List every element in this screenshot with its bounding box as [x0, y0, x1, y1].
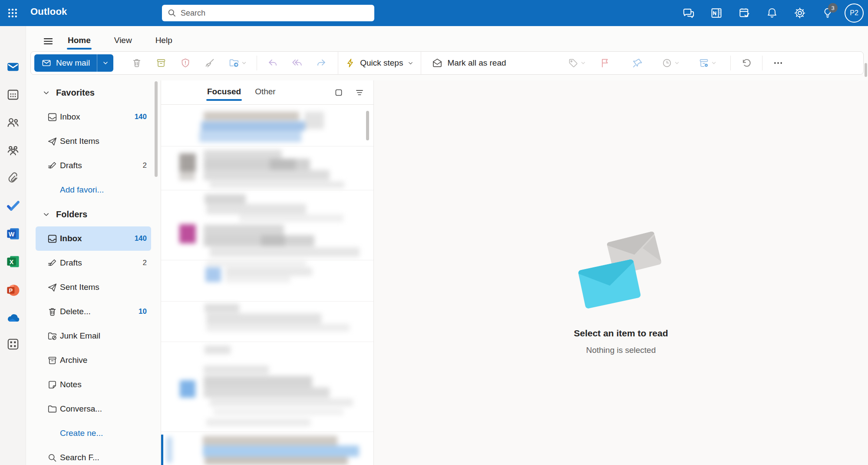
- snooze-clock-icon: [661, 57, 673, 69]
- email-list-item[interactable]: [161, 105, 373, 146]
- teams-chat-icon: [682, 7, 695, 20]
- folders-section-header[interactable]: Folders: [30, 202, 156, 226]
- deleted-items-trash-icon: [47, 306, 58, 317]
- rail-onedrive-button[interactable]: [0, 307, 26, 329]
- chevron-down-icon: [407, 60, 414, 66]
- undo-button[interactable]: [737, 54, 756, 72]
- email-list-item[interactable]: [161, 432, 373, 465]
- waffle-icon: [7, 7, 18, 19]
- tab-help[interactable]: Help: [149, 31, 178, 51]
- folder-item-drafts[interactable]: Drafts 2: [36, 251, 151, 275]
- rail-more-apps-button[interactable]: [0, 333, 26, 355]
- new-mail-split-button[interactable]: New mail: [34, 54, 113, 72]
- more-options-button[interactable]: [769, 54, 787, 72]
- add-favorite-link[interactable]: Add favori...: [36, 178, 151, 202]
- reading-pane: Select an item to read Nothing is select…: [374, 80, 868, 465]
- app-title: Outlook: [30, 6, 67, 17]
- archive-settings-button[interactable]: [695, 54, 720, 72]
- folder-pane-scrollbar[interactable]: [155, 81, 158, 177]
- rail-powerpoint-button[interactable]: P: [0, 279, 26, 302]
- inbox-view-tabs: Focused Other: [202, 82, 281, 103]
- email-list: [161, 105, 373, 465]
- files-attachment-icon: [6, 171, 20, 185]
- teams-chat-button[interactable]: [678, 2, 700, 24]
- search-input[interactable]: [181, 9, 369, 18]
- chevron-down-icon: [43, 89, 50, 96]
- folder-item-deleted[interactable]: Delete... 10: [36, 299, 151, 324]
- drafts-icon: [47, 160, 58, 171]
- ribbon: Home View Help New mail: [26, 26, 868, 80]
- folder-item-archive[interactable]: Archive: [36, 348, 151, 372]
- reply-all-button[interactable]: [288, 54, 306, 72]
- outlook-window: Outlook: [0, 0, 868, 465]
- favorite-item-inbox[interactable]: Inbox 140: [36, 105, 151, 129]
- forward-button[interactable]: [312, 54, 330, 72]
- rail-calendar-button[interactable]: [0, 83, 26, 106]
- window-scrollbar[interactable]: [865, 63, 867, 77]
- favorites-section-header[interactable]: Favorites: [30, 80, 156, 105]
- favorite-item-drafts[interactable]: Drafts 2: [36, 153, 151, 178]
- quick-steps-button[interactable]: Quick steps: [338, 51, 421, 75]
- settings-gear-icon: [793, 7, 806, 20]
- delete-button[interactable]: [128, 54, 146, 72]
- mail-read-icon: [432, 57, 443, 69]
- junk-email-icon: [47, 331, 58, 342]
- report-button[interactable]: [176, 54, 195, 72]
- rail-people-button[interactable]: [0, 111, 26, 134]
- my-day-button[interactable]: [733, 2, 755, 24]
- folder-item-notes[interactable]: Notes: [36, 372, 151, 397]
- tab-view[interactable]: View: [108, 31, 138, 51]
- new-mail-dropdown-button[interactable]: [97, 54, 113, 72]
- folder-item-sent[interactable]: Sent Items: [36, 275, 151, 299]
- settings-button[interactable]: [789, 2, 811, 24]
- categorize-button[interactable]: [564, 54, 590, 72]
- filter-button[interactable]: [352, 85, 367, 100]
- select-messages-button[interactable]: [331, 85, 347, 100]
- new-mail-button[interactable]: New mail: [34, 54, 97, 72]
- chevron-down-icon: [674, 60, 680, 66]
- tips-button[interactable]: 3: [817, 2, 838, 24]
- archive-icon: [155, 57, 167, 69]
- mark-all-read-button[interactable]: Mark all as read: [426, 54, 512, 72]
- email-list-item[interactable]: [161, 342, 373, 432]
- move-to-button[interactable]: [225, 54, 250, 72]
- flag-button[interactable]: [596, 54, 614, 72]
- account-avatar[interactable]: P2: [845, 3, 864, 23]
- archive-button[interactable]: [152, 54, 170, 72]
- reply-button[interactable]: [264, 54, 282, 72]
- create-new-folder-link[interactable]: Create ne...: [36, 421, 151, 445]
- pin-button[interactable]: [628, 54, 647, 72]
- message-list-scrollbar[interactable]: [366, 111, 369, 140]
- folder-item-inbox[interactable]: Inbox 140: [36, 226, 151, 251]
- tab-focused[interactable]: Focused: [202, 82, 246, 103]
- search-folders-item[interactable]: Search F...: [36, 445, 151, 465]
- rail-todo-button[interactable]: [0, 195, 26, 217]
- folder-pane: Favorites Inbox 140 Sent Items: [26, 80, 161, 465]
- email-list-item[interactable]: [161, 260, 373, 301]
- snooze-button[interactable]: [658, 54, 683, 72]
- onenote-feed-button[interactable]: [706, 2, 727, 24]
- favorite-item-sent[interactable]: Sent Items: [36, 129, 151, 153]
- email-list-item[interactable]: [161, 146, 373, 190]
- email-list-item[interactable]: [161, 302, 373, 342]
- tab-home[interactable]: Home: [62, 31, 97, 51]
- rail-mail-button[interactable]: [0, 56, 26, 78]
- notifications-button[interactable]: [761, 2, 783, 24]
- folder-item-junk[interactable]: Junk Email: [36, 324, 151, 348]
- search-bar[interactable]: [162, 5, 374, 21]
- chevron-down-icon: [102, 60, 109, 66]
- collapse-folder-pane-button[interactable]: [39, 33, 57, 50]
- app-launcher-button[interactable]: [3, 4, 22, 22]
- folder-item-conversation-history[interactable]: Conversa...: [36, 397, 151, 421]
- powerpoint-icon: P: [6, 283, 20, 298]
- rail-groups-button[interactable]: [0, 139, 26, 162]
- rail-files-button[interactable]: [0, 167, 26, 189]
- undo-icon: [741, 57, 752, 69]
- tab-other[interactable]: Other: [250, 82, 281, 103]
- forward-icon: [316, 57, 327, 69]
- chevron-down-icon: [241, 60, 247, 66]
- rail-word-button[interactable]: W: [0, 223, 26, 245]
- email-list-item[interactable]: [161, 191, 373, 259]
- sweep-button[interactable]: [201, 54, 219, 72]
- rail-excel-button[interactable]: X: [0, 250, 26, 273]
